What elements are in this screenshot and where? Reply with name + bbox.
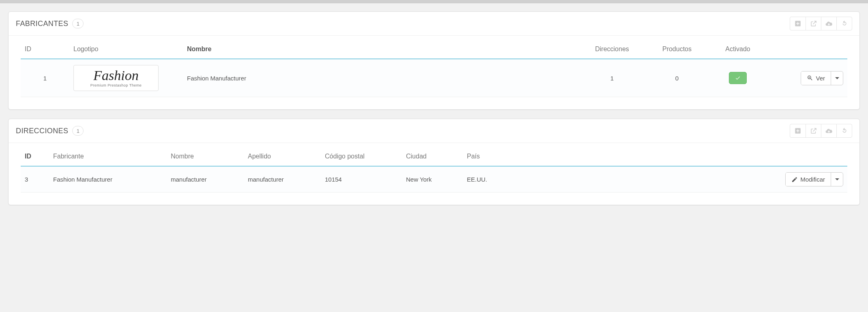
cell-enabled bbox=[709, 59, 766, 97]
col-products[interactable]: Productos bbox=[645, 40, 709, 59]
cell-lastname: manufacturer bbox=[244, 166, 321, 193]
top-bar bbox=[0, 0, 868, 3]
add-button[interactable] bbox=[790, 17, 806, 30]
zoom-in-icon bbox=[807, 75, 813, 81]
actions-dropdown[interactable] bbox=[831, 72, 843, 85]
view-label: Ver bbox=[816, 75, 825, 82]
edit-label: Modificar bbox=[800, 176, 825, 183]
col-name[interactable]: Nombre bbox=[183, 40, 580, 59]
col-lastname[interactable]: Apellido bbox=[244, 147, 321, 166]
col-addresses[interactable]: Direcciones bbox=[580, 40, 645, 59]
refresh-button[interactable] bbox=[836, 124, 852, 137]
row-actions: Modificar bbox=[785, 172, 843, 186]
count-badge: 1 bbox=[72, 19, 84, 28]
cell-logo: Fashion Premium Prestashop Theme bbox=[69, 59, 183, 97]
count-badge: 1 bbox=[72, 126, 84, 136]
col-enabled[interactable]: Activado bbox=[709, 40, 766, 59]
cell-city: New York bbox=[402, 166, 463, 193]
cell-postcode: 10154 bbox=[321, 166, 402, 193]
import-button[interactable] bbox=[821, 17, 836, 30]
col-id[interactable]: ID bbox=[21, 40, 69, 59]
panel-title: FABRICANTES bbox=[16, 20, 68, 28]
view-button[interactable]: Ver bbox=[801, 72, 831, 85]
cell-actions: Ver bbox=[766, 59, 847, 97]
manufacturers-table: ID Logotipo Nombre Direcciones Productos… bbox=[21, 40, 847, 97]
addresses-table: ID Fabricante Nombre Apellido Código pos… bbox=[21, 147, 847, 193]
cell-id: 1 bbox=[21, 59, 69, 97]
refresh-button[interactable] bbox=[836, 17, 852, 30]
panel-header: DIRECCIONES 1 bbox=[9, 119, 859, 143]
table-row[interactable]: 3 Fashion Manufacturer manufacturer manu… bbox=[21, 166, 847, 193]
cell-manufacturer: Fashion Manufacturer bbox=[49, 166, 167, 193]
table-row[interactable]: 1 Fashion Premium Prestashop Theme Fashi… bbox=[21, 59, 847, 97]
manufacturers-panel: FABRICANTES 1 I bbox=[8, 11, 860, 110]
col-postcode[interactable]: Código postal bbox=[321, 147, 402, 166]
cell-country: EE.UU. bbox=[463, 166, 766, 193]
add-button[interactable] bbox=[790, 124, 806, 137]
cell-actions: Modificar bbox=[766, 166, 847, 193]
export-button[interactable] bbox=[806, 17, 821, 30]
col-actions bbox=[766, 147, 847, 166]
logo-subtitle: Premium Prestashop Theme bbox=[90, 83, 142, 87]
col-actions bbox=[766, 40, 847, 59]
panel-toolbar bbox=[790, 124, 852, 138]
cell-name: Fashion Manufacturer bbox=[183, 59, 580, 97]
import-button[interactable] bbox=[821, 124, 836, 137]
panel-title: DIRECCIONES bbox=[16, 127, 68, 135]
col-manufacturer[interactable]: Fabricante bbox=[49, 147, 167, 166]
col-firstname[interactable]: Nombre bbox=[167, 147, 244, 166]
col-logo: Logotipo bbox=[69, 40, 183, 59]
cell-id: 3 bbox=[21, 166, 49, 193]
panel-header: FABRICANTES 1 bbox=[9, 12, 859, 36]
row-actions: Ver bbox=[801, 71, 843, 85]
col-city[interactable]: Ciudad bbox=[402, 147, 463, 166]
chevron-down-icon bbox=[835, 178, 839, 180]
addresses-panel: DIRECCIONES 1 I bbox=[8, 119, 860, 205]
chevron-down-icon bbox=[835, 77, 839, 79]
export-button[interactable] bbox=[806, 124, 821, 137]
cell-firstname: manufacturer bbox=[167, 166, 244, 193]
col-id[interactable]: ID bbox=[21, 147, 49, 166]
pencil-icon bbox=[791, 176, 798, 183]
col-country[interactable]: País bbox=[463, 147, 766, 166]
cell-products: 0 bbox=[645, 59, 709, 97]
panel-toolbar bbox=[790, 17, 852, 30]
logo-thumbnail: Fashion Premium Prestashop Theme bbox=[73, 65, 159, 91]
actions-dropdown[interactable] bbox=[831, 173, 843, 186]
enabled-toggle[interactable] bbox=[729, 72, 747, 84]
cell-addresses: 1 bbox=[580, 59, 645, 97]
edit-button[interactable]: Modificar bbox=[786, 173, 831, 186]
logo-text: Fashion bbox=[93, 69, 138, 82]
